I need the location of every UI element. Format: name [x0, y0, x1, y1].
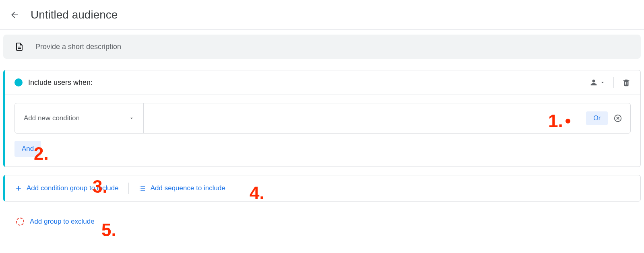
add-group-to-exclude-button[interactable]: Add group to exclude — [30, 218, 95, 226]
and-button[interactable]: And — [14, 141, 41, 157]
content-area: Include users when: Add new condition — [0, 30, 644, 234]
condition-right-controls: Or — [586, 103, 630, 133]
condition-row: Add new condition Or — [14, 103, 631, 134]
add-new-condition-label: Add new condition — [24, 114, 80, 122]
include-group-card: Include users when: Add new condition — [3, 70, 641, 167]
description-icon — [14, 42, 24, 51]
action-divider — [128, 183, 129, 194]
include-group-body: Add new condition Or And — [5, 95, 640, 167]
remove-condition-button[interactable] — [613, 114, 622, 123]
header-divider — [613, 77, 614, 88]
add-condition-group-label: Add condition group to include — [27, 184, 119, 192]
person-icon — [589, 78, 598, 87]
exclude-dashed-circle-icon — [16, 218, 24, 226]
description-input[interactable] — [35, 43, 630, 51]
include-group-header-actions — [589, 77, 631, 88]
page-header: Untitled audience — [0, 0, 644, 30]
trash-icon — [622, 78, 631, 87]
add-condition-group-button[interactable]: Add condition group to include — [14, 184, 119, 192]
description-box[interactable] — [3, 35, 641, 59]
include-group-header: Include users when: — [5, 70, 640, 95]
plus-icon — [14, 184, 23, 192]
exclude-row: Add group to exclude — [3, 218, 641, 226]
include-group-title: Include users when: — [28, 78, 589, 87]
chevron-down-icon — [129, 115, 134, 121]
sequence-icon — [138, 184, 147, 192]
page-title: Untitled audience — [31, 8, 118, 21]
or-button[interactable]: Or — [586, 111, 608, 125]
add-new-condition-dropdown[interactable]: Add new condition — [15, 103, 144, 133]
scope-dropdown-button[interactable] — [589, 78, 605, 87]
include-dot-icon — [14, 78, 23, 86]
add-sequence-button[interactable]: Add sequence to include — [138, 184, 225, 192]
chevron-down-icon — [600, 80, 605, 85]
close-circle-icon — [613, 114, 622, 123]
delete-group-button[interactable] — [622, 78, 631, 87]
include-action-bar: Add condition group to include Add seque… — [3, 175, 641, 202]
back-arrow-icon[interactable] — [10, 10, 19, 20]
condition-body — [144, 103, 586, 133]
add-sequence-label: Add sequence to include — [151, 184, 225, 192]
